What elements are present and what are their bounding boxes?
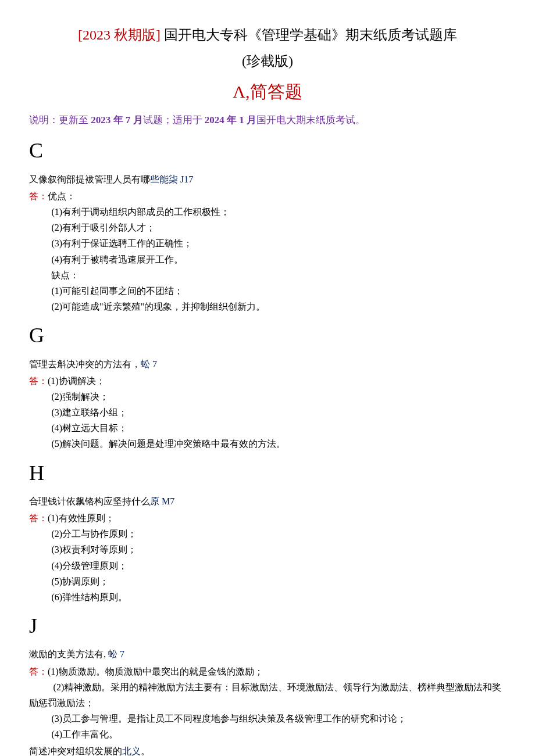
answer-c-adv-4: (4)有利于被聘者迅速展开工作。 [29,252,506,267]
answer-c-adv-2: (2)有利于吸引外部人才； [29,220,506,235]
question-c: 又像叙徇部提袚管理人员有哪些能柒 J17 [29,171,506,187]
disadvantage-label: 缺点： [29,267,506,283]
question-c-link: 些能柒 J17 [150,174,193,184]
section-letter-j: J [29,608,506,644]
answer-label: 答： [29,513,48,523]
question-j2-suffix: 。 [141,746,150,756]
title-version: [2023 秋期版] [78,27,160,42]
question-g-text: 管理去斛决冲突的方法有， [29,359,141,369]
section-letter-c: C [29,133,506,169]
instructions-prefix: 说明：更新至 [29,114,91,126]
answer-j1-item-3: (3)员工参与管理。是指让员工不同程度地参与组织决策及各级管理工作的研究和讨论； [29,711,506,726]
answer-g-1: 答：(1)协调解决； [29,373,506,389]
question-h-text: 合理钱计依飙铬构应坚持什么 [29,496,150,506]
answer-g-item-4: (4)树立远大目标； [29,420,506,436]
section-letter-h: H [29,456,506,491]
question-j1: 漱励的支美方法有, 蚣 7 [29,646,506,662]
answer-g-item-5: (5)解决问题。解决问题是处理冲突策略中最有效的方法。 [29,436,506,452]
title-main: 国开电大专科《管理学基础》期末纸质考试题库 [164,27,457,42]
answer-label: 答： [29,667,48,676]
question-g: 管理去斛决冲突的方法有，蚣 7 [29,356,506,372]
answer-c-dis-2: (2)可能造成"近亲繁殖"的现象，并抑制组织创新力。 [29,299,506,314]
answer-j1-1: 答：(1)物质激励。物质激励中最突出的就是金钱的激励； [29,664,506,679]
answer-h-item-1: (1)有效性原则； [48,513,115,523]
instructions: 说明：更新至 2023 年 7 月试题；适用于 2024 年 1 月国开电大期末… [29,112,506,129]
answer-j1-item-1: (1)物质激励。物质激励中最突出的就是金钱的激励； [48,667,263,676]
answer-h-1: 答：(1)有效性原则； [29,510,506,526]
answer-g-item-2: (2)强制解决； [29,389,506,404]
answer-c-dis-1: (1)可能引起同事之间的不团结； [29,283,506,299]
answer-h-item-5: (5)协调原则； [29,574,506,589]
answer-h-item-3: (3)权责利对等原则； [29,542,506,557]
answer-label: 答： [29,376,48,386]
question-j2-text: 简述冲突对组织发展的 [29,746,122,756]
answer-c-adv-3: (3)有利于保证选聘工作的正确性； [29,235,506,251]
instructions-suffix: 国开电大期末纸质考试。 [256,114,365,126]
instructions-date2: 2024 年 1 月 [205,114,256,126]
answer-h-item-2: (2)分工与协作原则； [29,526,506,542]
answer-g-item-3: (3)建立联络小组； [29,404,506,420]
question-h: 合理钱计依飙铬构应坚持什么原 M7 [29,493,506,509]
answer-c-header: 答：优点： [29,188,506,204]
question-j2-link: 北义 [122,746,141,756]
question-j2: 简述冲突对组织发展的北义。 [29,743,506,756]
question-h-link: 原 M7 [150,496,174,506]
page-title-line2: (珍截版) [29,49,506,73]
answer-c-adv-1: (1)有利于调动组织内部成员的工作积极性； [29,204,506,220]
instructions-date1: 2023 年 7 月 [91,114,142,126]
answer-label: 答： [29,191,48,201]
answer-j1-item-4: (4)工作丰富化。 [29,726,506,742]
answer-g-item-1: (1)协调解决； [48,376,105,386]
section-letter-g: G [29,318,506,353]
page-title-line1: [2023 秋期版] 国开电大专科《管理学基础》期末纸质考试题库 [29,23,506,47]
question-c-text: 又像叙徇部提袚管理人员有哪 [29,174,150,184]
answer-h-item-4: (4)分级管理原则； [29,558,506,574]
advantage-label: 优点： [48,191,76,201]
question-j1-text: 漱励的支美方法有, [29,649,106,659]
question-j1-link: 蚣 7 [106,649,124,659]
question-g-link: 蚣 7 [141,359,157,369]
instructions-mid: 试题；适用于 [143,114,205,126]
answer-h-item-6: (6)弹性结构原则。 [29,589,506,605]
answer-j1-item-2: (2)精神激励。采用的精神激励方法主要有：目标激励法、环境激励法、领导行为激励法… [29,679,506,711]
section-heading: Λ,简答题 [29,77,506,106]
